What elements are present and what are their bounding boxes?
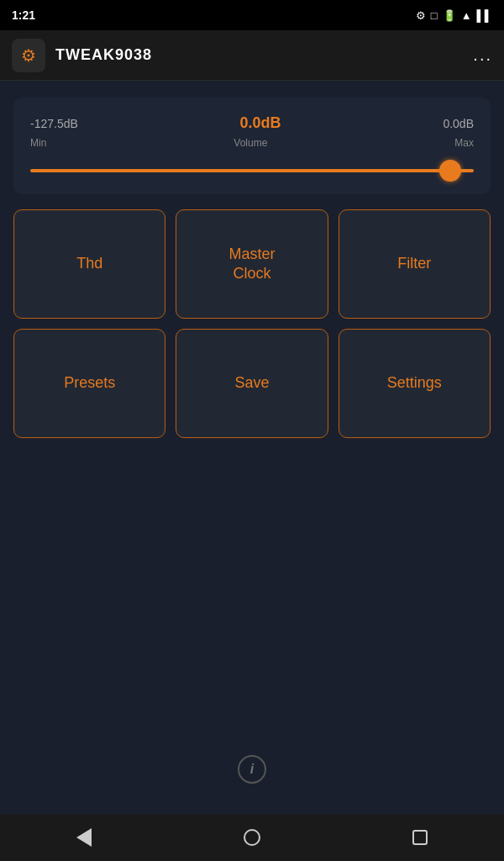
volume-label-min: Min bbox=[30, 137, 46, 149]
info-icon-button[interactable]: i bbox=[238, 755, 266, 784]
app-title: TWEAK9038 bbox=[55, 46, 152, 64]
status-icons: ⚙ □ 🔋 ▲ ▌▌ bbox=[416, 9, 492, 22]
nav-bar bbox=[0, 814, 504, 861]
status-bar: 1:21 ⚙ □ 🔋 ▲ ▌▌ bbox=[0, 0, 504, 30]
volume-label-center: Volume bbox=[234, 137, 267, 149]
volume-slider[interactable] bbox=[30, 161, 474, 181]
thd-button[interactable]: Thd bbox=[13, 209, 165, 319]
battery-status-icon: 🔋 bbox=[443, 9, 456, 22]
recent-apps-icon bbox=[412, 830, 428, 845]
recent-apps-button[interactable] bbox=[403, 821, 437, 854]
signal-icon: ▌▌ bbox=[477, 9, 492, 22]
volume-labels-row: Min Volume Max bbox=[30, 137, 474, 149]
back-button[interactable] bbox=[67, 821, 101, 854]
info-area: i bbox=[13, 445, 491, 797]
master-clock-button[interactable]: Master Clock bbox=[176, 209, 328, 319]
volume-label-max: Max bbox=[454, 137, 474, 149]
volume-slider-container[interactable] bbox=[30, 161, 474, 181]
settings-status-icon: ⚙ bbox=[416, 9, 426, 22]
screenshot-status-icon: □ bbox=[431, 9, 438, 22]
filter-button[interactable]: Filter bbox=[339, 209, 491, 319]
settings-button[interactable]: Settings bbox=[339, 329, 491, 438]
volume-current-db: 0.0dB bbox=[240, 114, 281, 132]
volume-min-db: -127.5dB bbox=[30, 117, 78, 130]
app-icon: ⚙ bbox=[12, 39, 45, 72]
home-button[interactable] bbox=[235, 821, 269, 854]
main-content: -127.5dB 0.0dB 0.0dB Min Volume Max Thd … bbox=[0, 81, 504, 814]
wifi-icon: ▲ bbox=[461, 9, 472, 22]
home-icon bbox=[244, 829, 260, 846]
volume-max-db: 0.0dB bbox=[443, 117, 474, 130]
volume-db-row: -127.5dB 0.0dB 0.0dB bbox=[30, 114, 474, 132]
presets-button[interactable]: Presets bbox=[13, 329, 165, 438]
save-button[interactable]: Save bbox=[176, 329, 328, 438]
app-bar-left: ⚙ TWEAK9038 bbox=[12, 39, 152, 72]
back-icon bbox=[76, 828, 92, 847]
buttons-grid: Thd Master Clock Filter Presets Save Set… bbox=[13, 209, 491, 438]
status-time: 1:21 bbox=[12, 8, 35, 22]
app-menu-button[interactable]: ... bbox=[473, 45, 492, 65]
gear-icon: ⚙ bbox=[21, 45, 36, 66]
app-bar: ⚙ TWEAK9038 ... bbox=[0, 30, 504, 81]
volume-section: -127.5dB 0.0dB 0.0dB Min Volume Max bbox=[13, 98, 491, 194]
